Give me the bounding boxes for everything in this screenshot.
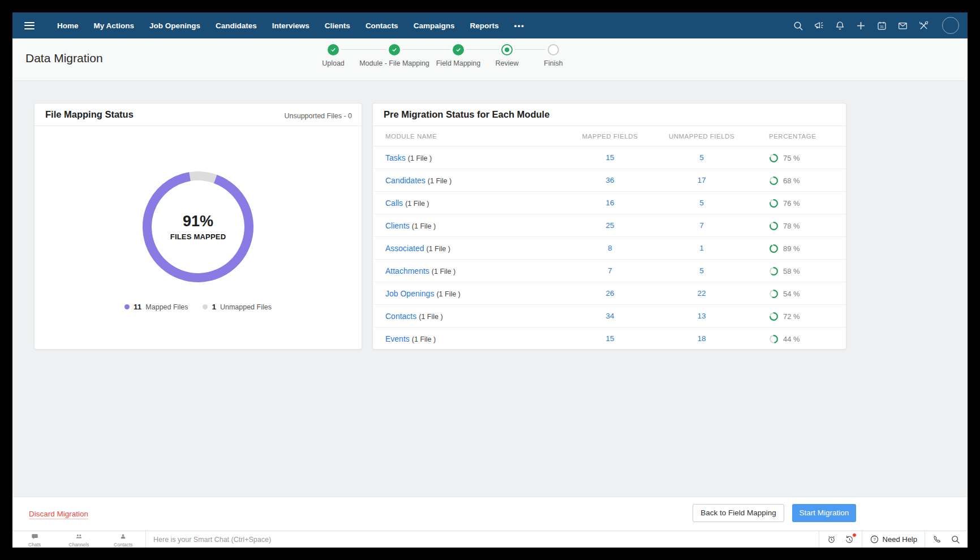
need-help-button[interactable]: ? Need Help	[870, 535, 917, 544]
module-file-count: (1 File )	[426, 245, 450, 253]
module-name-cell: Associated(1 File )	[385, 243, 450, 253]
table-row-calls: Calls(1 File )16576 %	[373, 192, 846, 214]
notification-dot	[852, 533, 857, 537]
module-link[interactable]: Contacts	[385, 312, 416, 321]
percentage-cell: 72 %	[769, 305, 800, 328]
card-header: File Mapping Status Unsupported Files - …	[35, 104, 362, 126]
question-circle-icon: ?	[870, 535, 879, 544]
percentage-cell: 68 %	[769, 169, 800, 192]
discard-migration-link[interactable]: Discard Migration	[29, 510, 88, 519]
nav-item-contacts[interactable]: Contacts	[366, 21, 398, 30]
svg-text:31: 31	[880, 24, 883, 28]
donut-caption: FILES MAPPED	[170, 232, 226, 241]
nav-item-clients[interactable]: Clients	[325, 21, 350, 30]
module-link[interactable]: Associated	[385, 244, 424, 253]
top-navbar: HomeMy ActionsJob OpeningsCandidatesInte…	[12, 12, 968, 38]
nav-items: HomeMy ActionsJob OpeningsCandidatesInte…	[57, 21, 525, 30]
column-header-module-name: MODULE NAME	[385, 133, 437, 140]
percentage-arc-icon	[769, 221, 779, 231]
file-mapping-status-card: File Mapping Status Unsupported Files - …	[34, 103, 362, 350]
chats-icon	[31, 532, 38, 542]
percentage-label: 68 %	[783, 176, 800, 185]
need-help-label: Need Help	[883, 535, 917, 544]
percentage-label: 89 %	[783, 244, 800, 253]
percentage-label: 75 %	[783, 154, 800, 162]
chat-tab-channels[interactable]: Channels	[57, 531, 101, 548]
history-icon[interactable]	[845, 535, 854, 544]
percentage-label: 76 %	[783, 199, 800, 208]
tools-icon[interactable]	[918, 20, 929, 31]
search-icon[interactable]	[793, 20, 803, 31]
percentage-cell: 76 %	[769, 192, 800, 214]
channels-icon	[75, 532, 83, 542]
back-to-field-mapping-button[interactable]: Back to Field Mapping	[693, 504, 784, 522]
percentage-arc-icon	[769, 199, 779, 208]
mail-icon[interactable]	[897, 20, 908, 31]
unmapped-fields-value: 22	[697, 289, 706, 298]
call-search-group	[925, 531, 968, 548]
phone-icon[interactable]	[932, 535, 942, 544]
chat-search-icon[interactable]	[951, 535, 960, 544]
nav-item-reports[interactable]: Reports	[470, 21, 498, 30]
percentage-label: 78 %	[783, 222, 800, 230]
card-header: Pre Migration Status for Each Module	[373, 104, 846, 126]
mapped-fields-value: 16	[605, 199, 614, 207]
table-row-contacts: Contacts(1 File )341372 %	[373, 305, 846, 328]
chat-tab-chats[interactable]: Chats	[12, 531, 57, 548]
smart-chat-input[interactable]	[146, 531, 819, 548]
nav-item-my-actions[interactable]: My Actions	[94, 21, 135, 30]
unmapped-fields-value: 1	[699, 244, 704, 252]
legend-count: 1	[212, 303, 216, 311]
chat-tab-contacts[interactable]: Contacts	[101, 531, 145, 548]
module-link[interactable]: Job Openings	[385, 289, 434, 298]
module-file-count: (1 File )	[432, 268, 455, 275]
nav-more-menu[interactable]: •••	[514, 21, 525, 30]
percentage-label: 58 %	[783, 267, 800, 275]
table-row-events: Events(1 File )151844 %	[373, 328, 846, 350]
percentage-arc-icon	[769, 334, 779, 344]
table-body: Tasks(1 File )15575 %Candidates(1 File )…	[373, 147, 846, 350]
hamburger-menu-icon[interactable]	[24, 22, 35, 29]
bell-icon[interactable]	[835, 20, 845, 31]
nav-item-home[interactable]: Home	[57, 21, 79, 30]
alarm-clock-icon[interactable]	[827, 535, 836, 544]
pre-migration-status-card: Pre Migration Status for Each Module MOD…	[372, 103, 846, 350]
module-link[interactable]: Clients	[385, 221, 410, 230]
calendar-icon[interactable]: 31	[876, 20, 887, 31]
percentage-cell: 89 %	[769, 237, 800, 260]
percentage-cell: 75 %	[769, 147, 800, 169]
column-header-mapped-fields: MAPPED FIELDS	[582, 133, 638, 140]
page-header: Data Migration UploadModule - File Mappi…	[12, 38, 968, 81]
nav-item-candidates[interactable]: Candidates	[216, 21, 257, 30]
user-avatar[interactable]	[942, 17, 959, 34]
module-link[interactable]: Attachments	[385, 266, 429, 275]
reminder-group	[819, 531, 862, 548]
module-link[interactable]: Candidates	[385, 176, 425, 185]
module-file-count: (1 File )	[419, 313, 442, 321]
nav-item-job-openings[interactable]: Job Openings	[149, 21, 200, 30]
column-header-percentage: PERCENTAGE	[769, 133, 816, 140]
unmapped-fields-value: 5	[699, 266, 704, 275]
percentage-arc-icon	[769, 153, 779, 163]
percentage-cell: 44 %	[769, 328, 800, 350]
mapped-fields-value: 26	[605, 289, 614, 298]
module-link[interactable]: Calls	[385, 199, 403, 208]
percentage-label: 54 %	[783, 290, 800, 298]
module-link[interactable]: Events	[385, 334, 410, 343]
chat-tab-label: Channels	[69, 542, 89, 548]
card-title: File Mapping Status	[45, 109, 134, 120]
nav-item-campaigns[interactable]: Campaigns	[414, 21, 455, 30]
module-file-count: (1 File )	[408, 154, 432, 162]
step-finish[interactable]: Finish	[508, 44, 599, 67]
column-header-unmapped-fields: UNMAPPED FIELDS	[669, 133, 734, 140]
donut-center-labels: 91% FILES MAPPED	[141, 170, 255, 283]
mapped-fields-value: 15	[605, 153, 614, 162]
megaphone-icon[interactable]	[814, 20, 824, 31]
module-link[interactable]: Tasks	[385, 153, 406, 162]
nav-item-interviews[interactable]: Interviews	[272, 21, 310, 30]
percentage-arc-icon	[769, 244, 779, 253]
start-migration-button[interactable]: Start Migration	[792, 504, 856, 522]
mapped-fields-value: 8	[608, 244, 612, 252]
mapped-fields-value: 25	[605, 221, 614, 230]
plus-icon[interactable]	[856, 20, 866, 31]
